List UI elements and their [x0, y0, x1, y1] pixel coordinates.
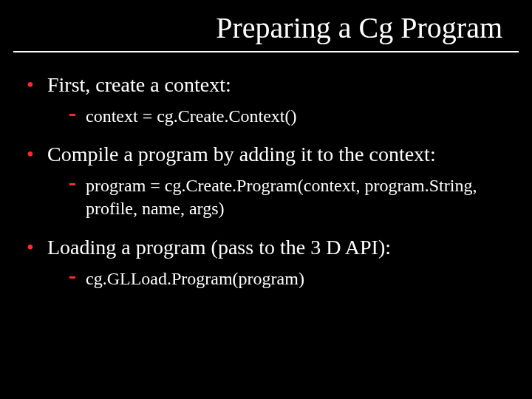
sub-bullet-list: cg.GLLoad.Program(program): [47, 267, 510, 290]
bullet-text: Loading a program (pass to the 3 D API):: [47, 236, 391, 259]
sub-bullet-text: context = cg.Create.Context(): [86, 106, 296, 126]
slide-content: First, create a context: context = cg.Cr…: [0, 52, 532, 290]
sub-bullet-item: program = cg.Create.Program(context, pro…: [66, 174, 510, 220]
slide-title: Preparing a Cg Program: [0, 0, 532, 51]
sub-bullet-item: context = cg.Create.Context(): [66, 105, 510, 128]
sub-bullet-text: cg.GLLoad.Program(program): [86, 269, 304, 288]
bullet-item: First, create a context: context = cg.Cr…: [22, 72, 510, 128]
bullet-text: First, create a context:: [47, 73, 231, 96]
bullet-item: Compile a program by adding it to the co…: [22, 141, 510, 220]
bullet-item: Loading a program (pass to the 3 D API):…: [22, 234, 510, 290]
bullet-text: Compile a program by adding it to the co…: [47, 143, 436, 166]
sub-bullet-text: program = cg.Create.Program(context, pro…: [86, 176, 477, 218]
sub-bullet-list: program = cg.Create.Program(context, pro…: [47, 174, 510, 220]
sub-bullet-list: context = cg.Create.Context(): [47, 105, 510, 128]
bullet-list: First, create a context: context = cg.Cr…: [22, 72, 510, 290]
sub-bullet-item: cg.GLLoad.Program(program): [66, 267, 510, 290]
slide: Preparing a Cg Program First, create a c…: [0, 0, 532, 399]
